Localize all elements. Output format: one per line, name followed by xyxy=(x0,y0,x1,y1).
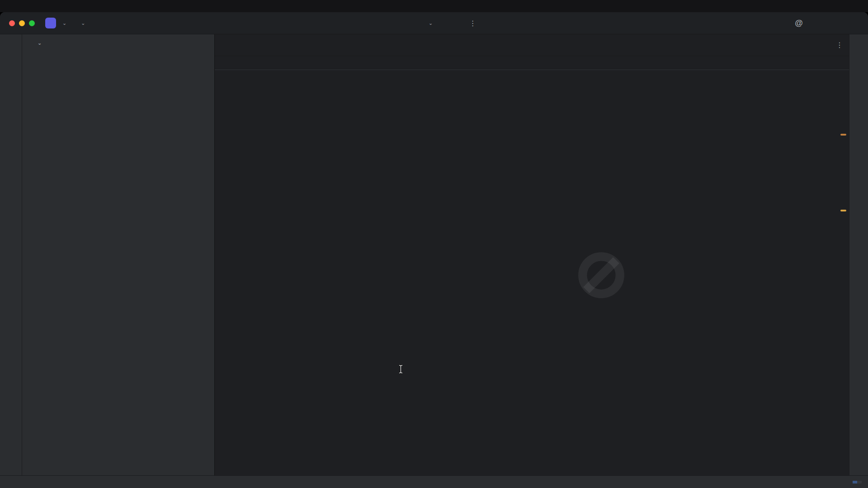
memory-total xyxy=(857,481,862,483)
screen: ⌄ ⌄ ⌄ ⋮ @ xyxy=(0,0,868,488)
code-with-me-icon[interactable] xyxy=(812,17,824,29)
titlebar-actions: @ xyxy=(793,17,862,29)
window-controls xyxy=(0,20,41,26)
ai-assistant-icon[interactable]: @ xyxy=(793,17,805,29)
code-editor[interactable] xyxy=(215,56,849,475)
branch-widget[interactable]: ⌄ xyxy=(71,18,89,28)
minimize-window-button[interactable] xyxy=(19,20,25,26)
project-panel: ⌄ xyxy=(22,34,215,475)
project-panel-header[interactable]: ⌄ xyxy=(22,34,214,52)
more-run-options-button[interactable]: ⋮ xyxy=(467,17,479,29)
chevron-down-icon: ⌄ xyxy=(81,20,85,26)
chevron-down-icon: ⌄ xyxy=(62,20,66,26)
zoom-window-button[interactable] xyxy=(29,20,35,26)
intellij-window: ⌄ ⌄ ⌄ ⋮ @ xyxy=(0,12,868,488)
chevron-down-icon: ⌄ xyxy=(38,40,42,46)
sticky-code-line[interactable] xyxy=(215,56,849,70)
memory-indicator[interactable] xyxy=(853,481,862,483)
run-configuration-widget[interactable]: ⌄ ⋮ xyxy=(421,17,479,29)
project-widget[interactable]: ⌄ xyxy=(41,15,71,31)
left-toolwindow-bar xyxy=(0,34,22,475)
status-bar xyxy=(0,475,868,488)
project-avatar xyxy=(45,18,56,28)
close-window-button[interactable] xyxy=(9,20,15,26)
right-toolwindow-bar xyxy=(849,34,868,475)
settings-gear-icon[interactable] xyxy=(850,17,862,29)
debug-button[interactable] xyxy=(452,17,463,29)
ide-titlebar: ⌄ ⌄ ⌄ ⋮ @ xyxy=(0,12,868,34)
macos-menubar xyxy=(0,0,868,12)
mouse-ibeam-cursor xyxy=(398,364,404,376)
tab-options-icon[interactable]: ⋮ xyxy=(836,41,844,49)
code-lines[interactable] xyxy=(215,64,849,475)
run-button[interactable] xyxy=(436,17,448,29)
editor-tabbar: ⋮ xyxy=(215,34,849,56)
scrollbar-warning-mark[interactable] xyxy=(840,134,846,136)
memory-used xyxy=(853,481,857,483)
search-everywhere-icon[interactable] xyxy=(831,17,843,29)
status-widgets xyxy=(794,481,862,483)
chevron-down-icon: ⌄ xyxy=(429,20,433,26)
project-tree xyxy=(22,52,214,475)
scrollbar-warning-mark[interactable] xyxy=(840,210,846,211)
